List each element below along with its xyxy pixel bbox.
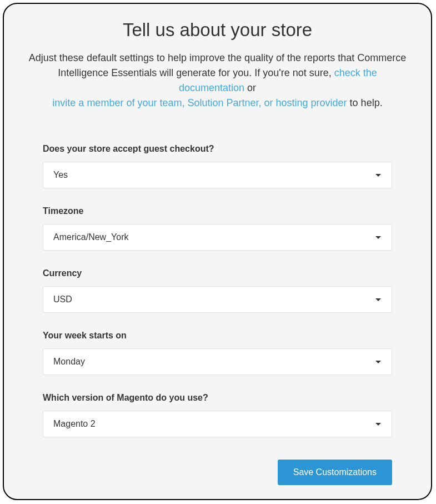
label-timezone: Timezone [43,206,392,216]
select-magento-version[interactable]: Magento 2 [43,411,392,437]
store-settings-panel: Tell us about your store Adjust these de… [3,3,432,500]
select-value-timezone: America/New_York [53,232,128,242]
label-guest-checkout: Does your store accept guest checkout? [43,144,392,154]
subtitle-or: or [244,82,256,93]
select-value-week-start: Monday [53,357,85,367]
select-value-currency: USD [53,295,72,305]
field-guest-checkout: Does your store accept guest checkout? Y… [43,144,392,188]
form-area: Does your store accept guest checkout? Y… [23,144,412,437]
page-subtitle: Adjust these default settings to help im… [23,51,412,111]
field-timezone: Timezone America/New_York [43,206,392,251]
select-week-start[interactable]: Monday [43,348,392,375]
footer: Save Customizations [23,460,412,485]
save-customizations-button[interactable]: Save Customizations [278,460,392,485]
field-currency: Currency USD [43,268,392,313]
select-value-magento-version: Magento 2 [53,419,96,429]
label-magento-version: Which version of Magento do you use? [43,393,392,403]
page-title: Tell us about your store [23,19,412,41]
field-magento-version: Which version of Magento do you use? Mag… [43,393,392,437]
label-week-start: Your week starts on [43,331,392,341]
subtitle-end: to help. [347,97,383,108]
select-timezone[interactable]: America/New_York [43,224,392,251]
chevron-down-icon [375,357,382,367]
select-guest-checkout[interactable]: Yes [43,162,392,188]
label-currency: Currency [43,268,392,278]
chevron-down-icon [375,170,382,180]
chevron-down-icon [375,232,382,242]
invite-link[interactable]: invite a member of your team, Solution P… [52,97,347,108]
select-currency[interactable]: USD [43,286,392,313]
field-week-start: Your week starts on Monday [43,331,392,375]
chevron-down-icon [375,295,382,305]
chevron-down-icon [375,419,382,429]
select-value-guest-checkout: Yes [53,170,68,180]
